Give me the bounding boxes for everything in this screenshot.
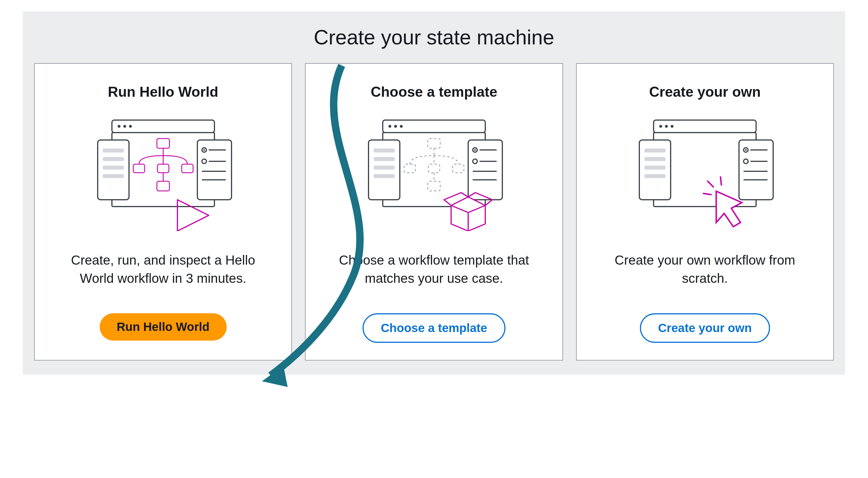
card-run-hello-world[interactable]: Run Hello World (34, 63, 292, 361)
svg-rect-60 (645, 166, 665, 170)
svg-rect-52 (654, 120, 756, 133)
choose-template-button[interactable]: Choose a template (363, 313, 505, 343)
svg-point-27 (389, 125, 391, 128)
svg-rect-59 (645, 157, 665, 161)
svg-point-38 (474, 149, 476, 151)
create-your-own-button[interactable]: Create your own (640, 313, 770, 343)
svg-rect-9 (103, 174, 124, 178)
page-title: Create your state machine (34, 26, 834, 49)
svg-point-29 (400, 125, 403, 128)
card-description: Choose a workflow template that matches … (332, 251, 536, 288)
svg-point-53 (659, 125, 662, 128)
svg-rect-0 (112, 120, 214, 133)
svg-point-54 (665, 125, 668, 128)
card-description: Create, run, and inspect a Hello World w… (61, 251, 266, 288)
svg-point-64 (745, 149, 747, 151)
card-title: Create your own (649, 83, 761, 100)
svg-point-1 (118, 125, 120, 128)
svg-line-71 (720, 177, 721, 185)
svg-rect-6 (103, 148, 124, 152)
svg-point-3 (129, 125, 132, 128)
hello-world-illustration (78, 111, 249, 231)
card-description: Create your own workflow from scratch. (602, 251, 807, 288)
create-state-machine-panel: Create your state machine Run Hello Worl… (23, 11, 845, 375)
svg-point-55 (671, 125, 674, 128)
svg-rect-26 (383, 120, 485, 133)
svg-rect-8 (103, 166, 124, 170)
option-cards-row: Run Hello World (34, 63, 834, 361)
create-own-illustration (619, 111, 790, 231)
svg-rect-61 (645, 174, 665, 178)
svg-rect-34 (374, 166, 395, 170)
svg-rect-32 (374, 148, 395, 152)
svg-point-12 (203, 149, 205, 151)
svg-point-2 (123, 125, 126, 128)
svg-rect-58 (645, 148, 665, 152)
svg-rect-33 (374, 157, 395, 161)
svg-point-28 (394, 125, 397, 128)
card-create-your-own[interactable]: Create your own (576, 63, 834, 361)
run-hello-world-button[interactable]: Run Hello World (100, 313, 227, 341)
svg-rect-35 (374, 174, 395, 178)
svg-rect-7 (103, 157, 124, 161)
template-illustration (348, 111, 520, 231)
card-choose-template[interactable]: Choose a template (305, 63, 563, 361)
card-title: Choose a template (371, 83, 497, 100)
card-title: Run Hello World (108, 83, 218, 100)
